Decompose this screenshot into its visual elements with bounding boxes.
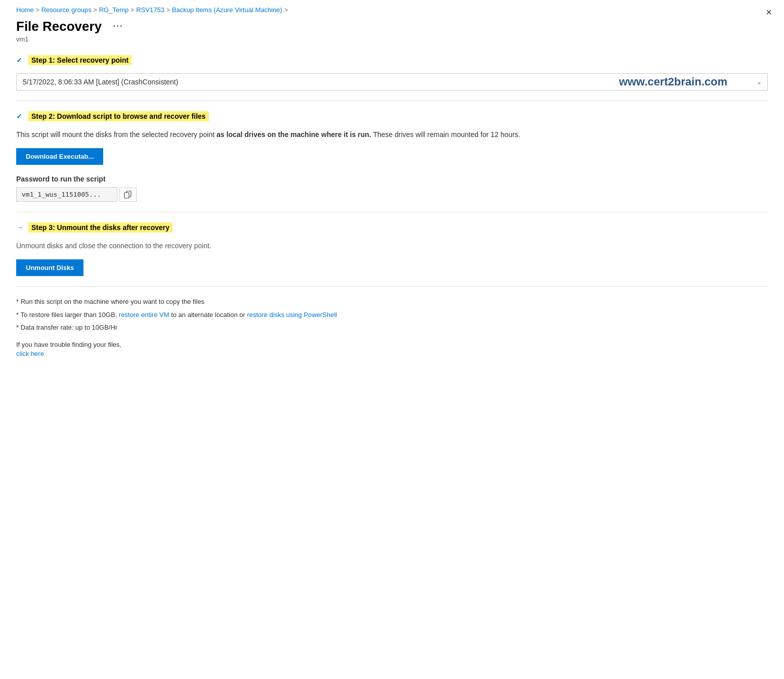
step1-section: ✓ Step 1: Select recovery point 5/17/202… — [16, 55, 768, 90]
breadcrumb-rg-temp[interactable]: RG_Temp — [99, 6, 129, 14]
restore-entire-vm-link[interactable]: restore entire VM — [119, 311, 169, 319]
step2-check-icon: ✓ — [16, 112, 24, 120]
password-section: Password to run the script vm1_1_wus_115… — [16, 175, 768, 202]
note-3: * Data transfer rate: up to 10GB/Hr — [16, 323, 768, 333]
step2-desc-part2: These drives will remain mounted for 12 … — [371, 130, 520, 139]
breadcrumb-backup-items[interactable]: Backup Items (Azure Virtual Machine) — [172, 6, 282, 14]
unmount-disks-button[interactable]: Unmount Disks — [16, 259, 83, 276]
step2-header: ✓ Step 2: Download script to browse and … — [16, 111, 768, 121]
recovery-point-select[interactable]: 5/17/2022, 8:06:33 AM [Latest] (CrashCon… — [16, 73, 768, 90]
step2-desc-part1: This script will mount the disks from th… — [16, 130, 216, 139]
password-label: Password to run the script — [16, 175, 768, 183]
breadcrumb-sep-5: > — [284, 7, 288, 14]
breadcrumb: Home > Resource groups > RG_Temp > RSV17… — [16, 6, 768, 14]
trouble-section: If you have trouble finding your files, … — [16, 341, 768, 357]
step1-header: ✓ Step 1: Select recovery point — [16, 55, 768, 65]
page-header: File Recovery ··· — [16, 19, 768, 34]
trouble-text: If you have trouble finding your files, — [16, 341, 768, 348]
step2-desc-bold: as local drives on the machine where it … — [216, 130, 371, 139]
click-here-link[interactable]: click here — [16, 350, 44, 357]
page-title: File Recovery — [16, 19, 102, 34]
breadcrumb-sep-1: > — [36, 7, 39, 14]
divider-1 — [16, 101, 768, 101]
divider-2 — [16, 212, 768, 212]
password-field-container: vm1_1_wus_1151005... — [16, 187, 768, 202]
download-executable-button[interactable]: Download Executab... — [16, 148, 103, 165]
copy-icon — [124, 191, 132, 199]
note-1: * Run this script on the machine where y… — [16, 297, 768, 307]
step3-header: → Step 3: Unmount the disks after recove… — [16, 222, 768, 233]
page-container: Home > Resource groups > RG_Temp > RSV17… — [0, 0, 784, 374]
recovery-point-dropdown-wrapper: 5/17/2022, 8:06:33 AM [Latest] (CrashCon… — [16, 73, 768, 90]
step3-description: Unmount disks and close the connection t… — [16, 241, 768, 251]
breadcrumb-home[interactable]: Home — [16, 6, 34, 14]
divider-3 — [16, 286, 768, 287]
dropdown-container: 5/17/2022, 8:06:33 AM [Latest] (CrashCon… — [16, 73, 768, 90]
copy-password-button[interactable] — [119, 188, 137, 202]
step3-section: → Step 3: Unmount the disks after recove… — [16, 222, 768, 276]
restore-disks-powershell-link[interactable]: restore disks using PowerShell — [247, 311, 337, 319]
password-value: vm1_1_wus_1151005... — [16, 187, 117, 202]
step3-arrow-icon: → — [16, 223, 24, 232]
close-button[interactable]: × — [766, 7, 772, 17]
page-subtitle: vm1 — [16, 35, 768, 43]
step3-label: Step 3: Unmount the disks after recovery — [28, 222, 172, 233]
breadcrumb-sep-2: > — [94, 7, 97, 14]
step2-section: ✓ Step 2: Download script to browse and … — [16, 111, 768, 202]
svg-rect-1 — [124, 193, 129, 198]
breadcrumb-sep-3: > — [130, 7, 134, 14]
breadcrumb-resource-groups[interactable]: Resource groups — [41, 6, 92, 14]
breadcrumb-rsv1753[interactable]: RSV1753 — [136, 6, 164, 14]
step2-label: Step 2: Download script to browse and re… — [28, 111, 209, 121]
step1-check-icon: ✓ — [16, 56, 24, 64]
more-options-button[interactable]: ··· — [110, 20, 126, 33]
step1-label: Step 1: Select recovery point — [28, 55, 132, 65]
breadcrumb-sep-4: > — [166, 7, 170, 14]
note-2: * To restore files larger than 10GB, res… — [16, 310, 768, 320]
notes-section: * Run this script on the machine where y… — [16, 297, 768, 333]
step2-description: This script will mount the disks from th… — [16, 129, 768, 140]
